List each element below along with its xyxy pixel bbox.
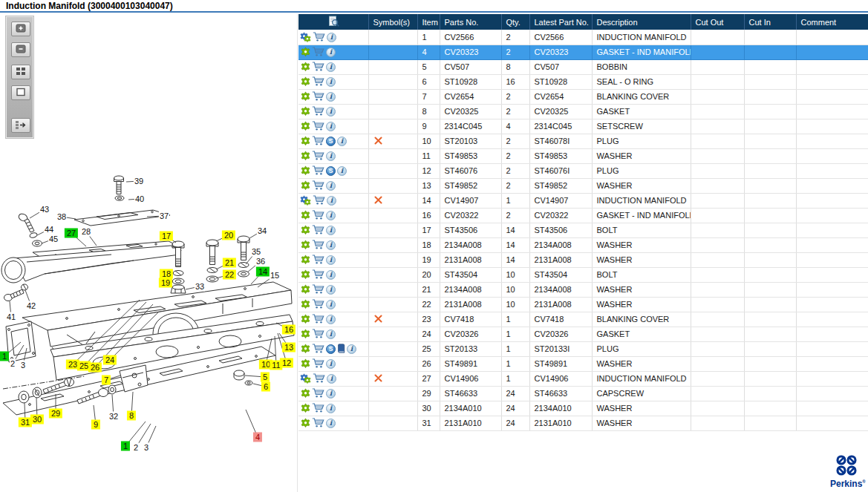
info-icon[interactable]: i bbox=[336, 166, 347, 177]
info-icon[interactable]: i bbox=[325, 315, 336, 325]
gear-icon[interactable] bbox=[300, 255, 311, 266]
cart-icon[interactable] bbox=[311, 388, 325, 399]
info-icon[interactable]: i bbox=[325, 122, 336, 132]
info-icon[interactable]: i bbox=[325, 107, 336, 117]
diagram-callout-33[interactable]: 33 bbox=[195, 282, 205, 292]
diagram-callout-3[interactable]: 3 bbox=[143, 443, 149, 453]
gear-icon[interactable] bbox=[300, 314, 311, 325]
diagram-callout-36[interactable]: 36 bbox=[255, 257, 266, 266]
s-icon[interactable]: S bbox=[325, 344, 336, 355]
table-row[interactable]: i13ST498522ST49852WASHER bbox=[298, 178, 868, 193]
table-row[interactable]: i182134A008142134A008WASHER bbox=[298, 237, 868, 252]
cart-icon[interactable] bbox=[311, 180, 325, 191]
cart-icon[interactable] bbox=[311, 91, 325, 102]
diagram-callout-14[interactable]: 14 bbox=[256, 267, 270, 277]
info-icon[interactable]: i bbox=[325, 404, 336, 414]
gears-icon[interactable] bbox=[300, 373, 312, 384]
diagram-callout-19[interactable]: 19 bbox=[159, 278, 172, 288]
cart-icon[interactable] bbox=[311, 240, 325, 251]
cart-icon[interactable] bbox=[311, 269, 325, 281]
book-icon[interactable] bbox=[336, 344, 346, 355]
diagram-callout-15[interactable]: 15 bbox=[270, 271, 280, 281]
column-header-cut-out[interactable]: Cut Out bbox=[691, 14, 744, 30]
gear-icon[interactable] bbox=[300, 225, 311, 236]
table-row[interactable]: i20ST4350410ST43504BOLT bbox=[298, 267, 868, 282]
diagram-callout-41[interactable]: 41 bbox=[6, 312, 16, 322]
diagram-callout-9[interactable]: 9 bbox=[91, 420, 100, 430]
column-header-qty[interactable]: Qty. bbox=[501, 14, 529, 30]
gear-icon[interactable] bbox=[300, 106, 311, 117]
gear-icon[interactable] bbox=[300, 240, 311, 251]
table-row[interactable]: i11ST498532ST49853WASHER bbox=[298, 148, 868, 163]
diagram-callout-45[interactable]: 45 bbox=[48, 234, 59, 244]
column-header-latest-part-no[interactable]: Latest Part No. bbox=[529, 14, 592, 30]
gear-icon[interactable] bbox=[300, 47, 311, 58]
cart-icon[interactable] bbox=[311, 358, 325, 370]
info-icon[interactable]: i bbox=[325, 226, 336, 236]
diagram-callout-8[interactable]: 8 bbox=[127, 411, 136, 421]
single-view-button[interactable] bbox=[11, 85, 30, 100]
info-icon[interactable]: i bbox=[325, 77, 336, 88]
export-button[interactable] bbox=[11, 118, 30, 133]
gear-icon[interactable] bbox=[300, 388, 311, 399]
s-icon[interactable]: S bbox=[325, 137, 336, 147]
diagram-callout-39[interactable]: 39 bbox=[134, 177, 144, 186]
info-icon[interactable]: i bbox=[325, 300, 336, 310]
gear-icon[interactable] bbox=[300, 329, 311, 340]
diagram-callout-27[interactable]: 27 bbox=[65, 229, 78, 238]
table-row[interactable]: i24CV203261CV20326GASKET bbox=[298, 327, 868, 341]
info-icon[interactable]: i bbox=[325, 270, 336, 281]
table-row[interactable]: i7CV26542CV2654BLANKING COVER bbox=[298, 89, 868, 104]
info-icon[interactable]: i bbox=[325, 181, 336, 191]
column-header-description[interactable]: Description bbox=[592, 14, 691, 30]
info-icon[interactable]: i bbox=[325, 62, 336, 73]
gear-icon[interactable] bbox=[300, 210, 311, 221]
table-row[interactable]: i222131A008102131A008WASHER bbox=[298, 297, 868, 312]
table-row[interactable]: Si25ST201331ST20133IPLUG bbox=[298, 341, 868, 356]
gear-icon[interactable] bbox=[300, 284, 311, 295]
diagram-callout-34[interactable]: 34 bbox=[257, 226, 267, 236]
diagram-callout-38[interactable]: 38 bbox=[56, 212, 67, 222]
cart-icon[interactable] bbox=[311, 403, 325, 414]
cart-icon[interactable] bbox=[311, 255, 325, 266]
column-header-cut-in[interactable]: Cut In bbox=[744, 14, 796, 30]
info-icon[interactable]: i bbox=[325, 285, 336, 295]
info-icon[interactable]: i bbox=[325, 211, 336, 221]
gear-icon[interactable] bbox=[300, 62, 311, 73]
column-header-actions[interactable] bbox=[298, 14, 368, 30]
zoom-out-button[interactable] bbox=[11, 42, 30, 57]
info-icon[interactable]: i bbox=[325, 151, 336, 162]
gears-icon[interactable] bbox=[300, 32, 312, 43]
table-row[interactable]: i312131A010242131A010WASHER bbox=[298, 416, 868, 430]
gear-icon[interactable] bbox=[300, 136, 311, 147]
table-row[interactable]: Si10ST201032ST46078IPLUG bbox=[298, 134, 868, 148]
info-icon[interactable]: i bbox=[325, 92, 336, 102]
info-icon[interactable]: i bbox=[336, 137, 347, 147]
cart-icon[interactable] bbox=[311, 418, 325, 429]
diagram-callout-30[interactable]: 30 bbox=[30, 415, 44, 424]
table-row[interactable]: i27CV149061CV14906INDUCTION MANIFOLD bbox=[298, 371, 868, 386]
table-row[interactable]: i302134A010242134A010WASHER bbox=[298, 401, 868, 416]
diagram-callout-1[interactable]: 1 bbox=[0, 352, 9, 361]
diagram-callout-2[interactable]: 2 bbox=[10, 359, 16, 369]
diagram-callout-2[interactable]: 2 bbox=[133, 443, 139, 453]
info-icon[interactable]: i bbox=[325, 419, 336, 429]
cart-icon[interactable] bbox=[311, 136, 325, 147]
cart-icon[interactable] bbox=[311, 344, 325, 355]
cart-icon[interactable] bbox=[311, 106, 325, 117]
diagram-callout-29[interactable]: 29 bbox=[49, 409, 62, 419]
tile-view-button[interactable] bbox=[11, 65, 30, 79]
diagram-callout-13[interactable]: 13 bbox=[282, 343, 296, 352]
gear-icon[interactable] bbox=[300, 121, 311, 132]
info-icon[interactable]: i bbox=[325, 359, 336, 370]
gear-icon[interactable] bbox=[300, 151, 311, 162]
cart-icon[interactable] bbox=[311, 284, 325, 295]
info-icon[interactable]: i bbox=[325, 329, 336, 340]
cart-icon[interactable] bbox=[311, 76, 325, 88]
diagram-callout-40[interactable]: 40 bbox=[134, 194, 145, 204]
diagram-callout-22[interactable]: 22 bbox=[223, 270, 236, 280]
table-row[interactable]: i26ST498911ST49891WASHER bbox=[298, 356, 868, 371]
table-row[interactable]: i1CV25662CV2566INDUCTION MANIFOLD bbox=[298, 30, 868, 45]
gear-icon[interactable] bbox=[300, 76, 311, 88]
info-icon[interactable]: i bbox=[325, 240, 336, 251]
